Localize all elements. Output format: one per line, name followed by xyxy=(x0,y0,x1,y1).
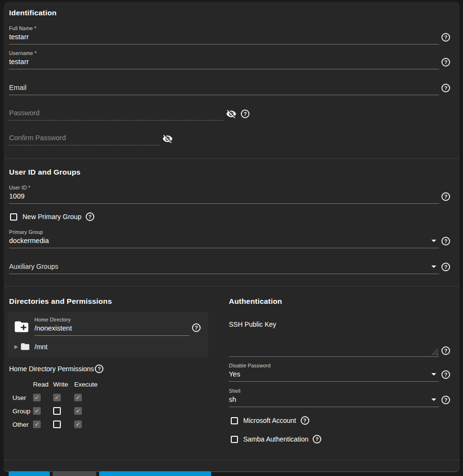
microsoft-account-checkbox[interactable] xyxy=(231,417,238,424)
dropdown-arrow-icon xyxy=(431,266,436,268)
confirm-password-input[interactable] xyxy=(9,133,160,145)
perm-checkbox-group-read[interactable] xyxy=(33,407,41,415)
new-primary-group-checkbox[interactable] xyxy=(10,213,17,221)
auxiliary-groups-select[interactable]: Auxiliary Groups xyxy=(9,262,439,274)
primary-group-label: Primary Group xyxy=(9,229,439,235)
section-user-id-groups: User ID and Groups User ID * New Primary… xyxy=(4,159,460,286)
help-icon[interactable] xyxy=(441,346,450,355)
perm-checkbox-group-execute[interactable] xyxy=(74,407,82,415)
help-icon[interactable] xyxy=(241,110,249,118)
directories-title: Directories and Permissions xyxy=(9,297,212,306)
home-directory-label: Home Directory xyxy=(34,317,190,322)
perm-checkbox-other-write[interactable] xyxy=(53,421,61,428)
dropdown-arrow-icon xyxy=(431,399,436,401)
download-ssh-public-key-button[interactable]: DOWNLOAD SSH PUBLIC KEY xyxy=(99,471,211,476)
cancel-button[interactable]: CANCEL xyxy=(53,471,96,476)
submit-button[interactable]: SUBMIT xyxy=(9,471,50,476)
tree-item-mnt[interactable]: ▶ /mnt xyxy=(13,342,201,352)
create-new-folder-icon[interactable] xyxy=(13,319,30,337)
shell-label: Shell xyxy=(229,388,439,394)
new-primary-group-label: New Primary Group xyxy=(23,213,81,221)
primary-group-select[interactable]: Primary Group dockermedia xyxy=(9,229,439,248)
perm-checkbox-other-read[interactable] xyxy=(33,421,41,428)
user-id-input[interactable] xyxy=(9,191,439,204)
ssh-public-key-label: SSH Public Key xyxy=(229,321,450,328)
disable-password-select[interactable]: Disable Password Yes xyxy=(229,363,439,382)
shell-value: sh xyxy=(229,396,236,403)
help-icon[interactable] xyxy=(95,365,103,373)
username-label: Username * xyxy=(9,50,439,56)
help-icon[interactable] xyxy=(301,416,309,425)
help-icon[interactable] xyxy=(441,396,450,404)
help-icon[interactable] xyxy=(192,323,201,332)
section-directories-authentication: Directories and Permissions Home Directo… xyxy=(4,287,460,460)
directories-column: Directories and Permissions Home Directo… xyxy=(9,297,212,443)
disable-password-value: Yes xyxy=(229,370,240,378)
help-icon[interactable] xyxy=(313,435,321,443)
full-name-input[interactable] xyxy=(9,32,439,44)
expand-arrow-icon[interactable]: ▶ xyxy=(14,344,20,349)
perm-row-group-label: Group xyxy=(9,408,33,415)
auxiliary-groups-label: Auxiliary Groups xyxy=(9,263,58,270)
help-icon[interactable] xyxy=(441,237,450,245)
home-directory-input[interactable] xyxy=(34,323,190,336)
help-icon[interactable] xyxy=(441,84,450,92)
home-directory-permissions-header: Home Directory Permissions xyxy=(9,365,212,373)
samba-authentication-checkbox[interactable] xyxy=(231,436,238,443)
help-icon[interactable] xyxy=(441,192,450,201)
visibility-off-icon[interactable] xyxy=(226,109,237,119)
perm-checkbox-user-write[interactable] xyxy=(53,394,61,401)
dropdown-arrow-icon xyxy=(431,240,436,242)
help-icon[interactable] xyxy=(441,263,450,271)
disable-password-label: Disable Password xyxy=(229,363,439,368)
email-input[interactable] xyxy=(9,83,439,95)
perm-checkbox-user-execute[interactable] xyxy=(74,394,82,401)
shell-select[interactable]: Shell sh xyxy=(229,388,439,407)
perm-checkbox-group-write[interactable] xyxy=(53,407,61,415)
tree-item-label: /mnt xyxy=(34,343,47,351)
perm-row-user-label: User xyxy=(9,394,33,401)
help-icon[interactable] xyxy=(86,212,94,221)
authentication-column: Authentication SSH Public Key Disable Pa… xyxy=(229,297,450,443)
visibility-off-icon[interactable] xyxy=(162,133,173,144)
home-directory-permissions-label: Home Directory Permissions xyxy=(9,365,94,373)
perm-column-write: Write xyxy=(53,381,74,388)
form-actions: SUBMIT CANCEL DOWNLOAD SSH PUBLIC KEY xyxy=(4,460,460,476)
section-identification: Identification Full Name * Username * xyxy=(4,2,460,158)
username-input[interactable] xyxy=(9,57,439,69)
perm-column-read: Read xyxy=(33,381,53,388)
home-directory-panel: Home Directory ▶ /mnt xyxy=(8,312,208,357)
password-input[interactable] xyxy=(9,108,224,121)
identification-title: Identification xyxy=(9,9,450,17)
help-icon[interactable] xyxy=(441,33,450,42)
ssh-public-key-textarea[interactable] xyxy=(229,330,439,357)
folder-icon xyxy=(20,342,30,352)
user-id-groups-title: User ID and Groups xyxy=(9,168,450,177)
full-name-label: Full Name * xyxy=(9,25,439,31)
microsoft-account-label: Microsoft Account xyxy=(243,417,296,424)
help-icon[interactable] xyxy=(441,58,450,66)
authentication-title: Authentication xyxy=(229,297,450,306)
dropdown-arrow-icon xyxy=(431,373,436,376)
help-icon[interactable] xyxy=(441,370,450,379)
primary-group-value: dockermedia xyxy=(9,237,49,244)
perm-column-execute: Execute xyxy=(74,381,103,388)
perm-checkbox-user-read[interactable] xyxy=(33,394,41,401)
user-form-card: Identification Full Name * Username * xyxy=(4,2,460,471)
user-id-label: User ID * xyxy=(9,185,439,190)
home-directory-permissions-table: Read Write Execute User Group Other xyxy=(9,381,212,428)
perm-row-other-label: Other xyxy=(9,421,33,428)
perm-checkbox-other-execute[interactable] xyxy=(74,421,82,428)
samba-authentication-label: Samba Authentication xyxy=(243,435,308,443)
